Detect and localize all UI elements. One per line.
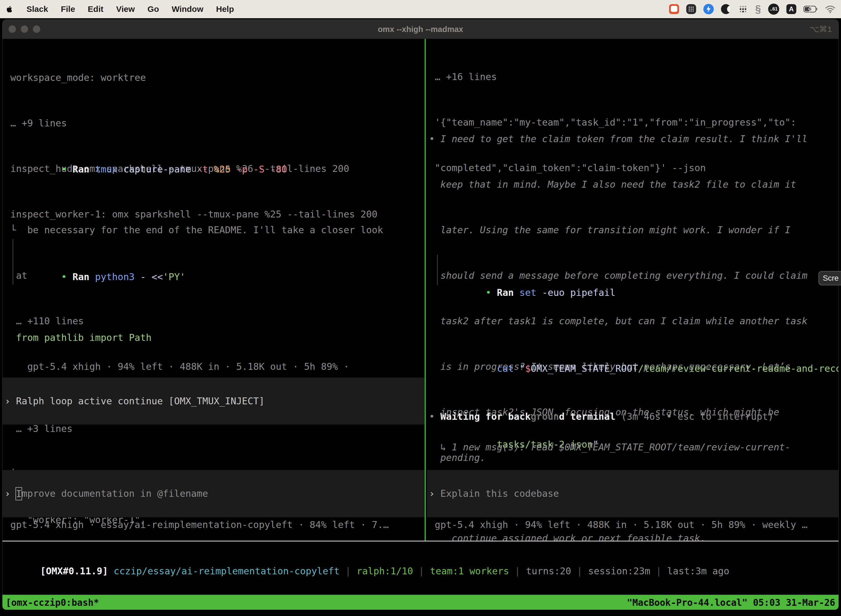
prompt-chevron-icon: › [427,486,440,501]
terminal-window: omx --xhigh --madmax ⌥⌘1 workspace_mode:… [2,19,839,610]
ralph-counter: ralph:1/10 [356,566,413,576]
command-line: • Ran python3 - <<'PY' [5,254,425,300]
pane-horizontal-border [3,541,838,541]
input-placeholder: mprove documentation in @filename [22,486,208,501]
input-source-icon[interactable]: A [786,4,796,14]
menu-item-help[interactable]: Help [216,4,234,14]
model-status-line-right: gpt-5.4 xhigh · 94% left · 488K in · 5.1… [429,517,807,532]
menu-item-view[interactable]: View [116,4,135,14]
terminal-line: ↳ 1 new msg(s): read $OMX_TEAM_STATE_ROO… [429,440,839,455]
screen-overlay-chip[interactable]: Scre [818,271,841,285]
tmux-pane-right[interactable]: … +16 lines '{"team_name":"my-team","tas… [427,39,839,541]
wifi-icon[interactable] [825,5,835,13]
bullet-icon: • [486,287,497,298]
turns-counter: turns:20 [526,566,571,576]
last-activity: last:3m ago [667,566,729,576]
prompt-input-right[interactable]: › Explain this codebase [427,470,839,517]
battery-icon[interactable] [803,5,818,13]
bullet-icon: • [61,164,73,175]
omx-version: [OMX#0.11.9] [40,566,108,576]
omx-status-line: [OMX#0.11.9] cczip/essay/ai-reimplementa… [6,549,729,594]
terminal-content: workspace_mode: worktree … +9 lines insp… [3,39,838,610]
count-badge-icon[interactable]: ..61 [768,4,779,15]
screen-overlay-label: Scre [823,274,839,283]
apple-logo-icon[interactable] [6,4,14,14]
input-placeholder: Explain this codebase [440,486,559,501]
zoom-window-button[interactable] [33,25,40,33]
menu-item-edit[interactable]: Edit [88,4,104,14]
bullet-icon: • [61,271,73,282]
title-bar[interactable]: omx --xhigh --madmax ⌥⌘1 [3,20,838,39]
screen-recording-icon[interactable] [669,4,679,14]
team-workers: team:1 workers [430,566,509,576]
ralph-loop-banner: › Ralph loop active continue [OMX_TMUX_I… [3,378,425,424]
minimize-window-button[interactable] [21,25,28,33]
tmux-pane-left[interactable]: workspace_mode: worktree … +9 lines insp… [3,39,425,541]
terminal-line: keep that in mind. Maybe I also need the… [429,177,839,192]
model-status-line-left: gpt-5.4 xhigh · essay/ai-reimplementatio… [5,517,389,532]
session-duration: session:23m [588,566,650,576]
text-cursor: I [15,487,22,500]
command-line: • Ran set -euo pipefail [429,270,839,315]
prompt-chevron-icon: › [3,486,16,501]
crescent-app-icon[interactable] [721,4,731,14]
tmux-status-bar: [omx-cczip0:bash* "MacBook-Pro-44.local"… [3,595,838,610]
keypad-grid-icon[interactable] [686,4,696,14]
blue-bolt-icon[interactable] [703,4,714,14]
prompt-input-left[interactable]: › Improve documentation in @filename [3,470,425,517]
terminal-line: from pathlib import Path [5,330,425,345]
terminal-line: … +16 lines [429,69,839,84]
menu-item-file[interactable]: File [61,4,75,14]
menu-item-window[interactable]: Window [171,4,203,14]
menu-bar: Slack File Edit View Go Window Help § ..… [0,0,841,18]
terminal-line: workspace_mode: worktree [5,70,425,85]
omx-task-path: cczip/essay/ai-reimplementation-copyleft [108,566,339,576]
window-shortcut-badge: ⌥⌘1 [810,20,832,39]
close-window-button[interactable] [9,25,16,33]
bullet-icon: • [429,133,440,144]
tmux-host-clock: "MacBook-Pro-44.local" 05:03 31-Mar-26 [627,595,835,610]
dots-grid-icon[interactable] [738,4,748,14]
command-line: • Ran tmux capture-pane -t %25 -p -S -80 [5,147,425,192]
tmux-session-name[interactable]: [omx-cczip0:bash* [6,595,99,610]
pane-divider[interactable] [425,39,426,541]
menu-item-go[interactable]: Go [148,4,159,14]
squiggle-icon[interactable]: § [755,4,761,14]
window-title: omx --xhigh --madmax [378,20,463,39]
prompt-chevron-icon: › [3,393,16,409]
menu-item-app[interactable]: Slack [26,4,48,14]
terminal-line: later. Using the same for transition mig… [429,223,839,238]
